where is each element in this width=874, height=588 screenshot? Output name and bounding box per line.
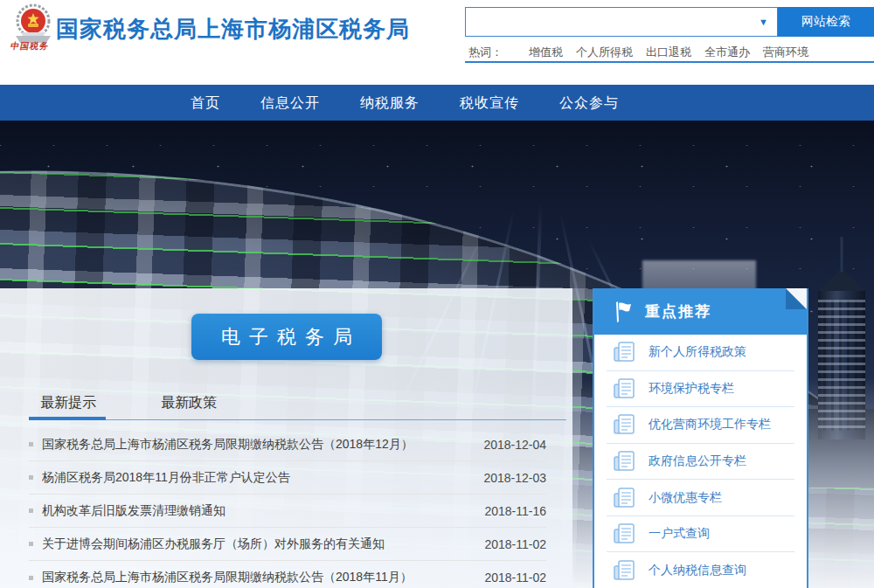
sidebar-header: 重点推荐 [594, 288, 807, 335]
sidebar-item[interactable]: 优化营商环境工作专栏 [607, 407, 794, 444]
document-icon [612, 522, 636, 545]
main-nav: 首页信息公开纳税服务税收宣传公众参与 [0, 85, 874, 121]
nav-item[interactable]: 税收宣传 [460, 85, 519, 121]
hot-words-bar: 热词：增值税个人所得税出口退税全市通办营商环境 [468, 45, 822, 60]
bullet-icon [29, 508, 33, 513]
news-date: 2018-11-02 [484, 537, 546, 551]
sidebar-list: 新个人所得税政策 环境保护税专栏 [594, 335, 807, 588]
sidebar-item-label: 新个人所得税政策 [649, 344, 746, 360]
search-input[interactable] [465, 7, 699, 37]
header-divider [465, 61, 874, 63]
sidebar-item[interactable]: 环境保护税专栏 [607, 371, 794, 408]
news-list: 国家税务总局上海市杨浦区税务局限期缴纳税款公告（2018年12月） 2018-1… [29, 428, 546, 588]
sidebar-item[interactable]: 个人纳税信息查询 [607, 552, 794, 588]
document-icon [612, 559, 636, 582]
news-title[interactable]: 国家税务总局上海市杨浦区税务局限期缴纳税款公告（2018年12月） [42, 437, 473, 453]
news-title[interactable]: 关于进博会期间杨浦区办税服务厅（场所）对外服务的有关通知 [42, 536, 474, 552]
nav-item[interactable]: 信息公开 [260, 85, 320, 121]
news-tabs: 最新提示最新政策 [29, 392, 270, 413]
news-tab[interactable]: 最新提示 [29, 392, 108, 413]
news-tab[interactable]: 最新政策 [149, 392, 228, 413]
bullet-icon [29, 576, 33, 580]
news-date: 2018-12-04 [483, 438, 546, 452]
sidebar-item-label: 优化营商环境工作专栏 [649, 417, 771, 432]
bullet-icon [29, 442, 33, 446]
active-tab-indicator [29, 417, 106, 420]
nav-item[interactable]: 纳税服务 [360, 85, 420, 121]
hot-word-link[interactable]: 全市通办 [704, 45, 750, 59]
news-row[interactable]: 关于进博会期间杨浦区办税服务厅（场所）对外服务的有关通知 2018-11-02 [29, 528, 546, 561]
sidebar-item-label: 环境保护税专栏 [649, 381, 734, 397]
document-icon [612, 487, 636, 509]
nav-item[interactable]: 公众参与 [559, 85, 619, 121]
tabs-underline [29, 419, 566, 420]
news-title[interactable]: 国家税务总局上海市杨浦区税务局限期缴纳税款公告（2018年11月） [42, 570, 474, 585]
hot-words-label: 热词： [468, 45, 503, 59]
news-date: 2018-12-03 [483, 471, 546, 485]
sidebar-item[interactable]: 一户式查询 [607, 516, 794, 553]
site-header: 中国税务 国家税务总局上海市杨浦区税务局 ▼ 网站检索 热词：增值税个人所得税出… [0, 0, 874, 85]
bullet-icon [29, 542, 33, 546]
document-icon [612, 450, 636, 473]
site-search-button[interactable]: 网站检索 [778, 7, 874, 37]
chevron-down-icon: ▼ [759, 17, 768, 27]
page: 中国税务 国家税务总局上海市杨浦区税务局 ▼ 网站检索 热词：增值税个人所得税出… [0, 0, 874, 588]
news-date: 2018-11-16 [484, 504, 546, 518]
news-date: 2018-11-02 [484, 571, 546, 585]
news-title[interactable]: 机构改革后旧版发票清理缴销通知 [42, 503, 474, 519]
corner-fold-decor [786, 288, 807, 309]
hot-word-link[interactable]: 个人所得税 [576, 45, 633, 59]
sidebar-item-label: 政府信息公开专栏 [649, 453, 746, 469]
hot-word-link[interactable]: 出口退税 [646, 45, 691, 59]
hot-word-link[interactable]: 营商环境 [763, 45, 808, 59]
bullet-icon [29, 475, 33, 480]
hot-words-links: 增值税个人所得税出口退税全市通办营商环境 [529, 45, 822, 59]
search-scope-select[interactable]: ▼ [698, 7, 778, 37]
recommend-sidebar: 重点推荐 新个人所得税政策 [593, 288, 808, 588]
news-panel: 电子税务局 最新提示最新政策 国家税务总局上海市杨浦区税务局限期缴纳税款公告（2… [0, 288, 572, 588]
news-row[interactable]: 国家税务总局上海市杨浦区税务局限期缴纳税款公告（2018年11月） 2018-1… [29, 561, 546, 588]
news-row[interactable]: 国家税务总局上海市杨浦区税务局限期缴纳税款公告（2018年12月） 2018-1… [29, 428, 546, 461]
sidebar-item-label: 一户式查询 [649, 526, 710, 542]
sidebar-item-label: 小微优惠专栏 [649, 490, 722, 506]
document-icon [612, 413, 636, 436]
sidebar-item[interactable]: 政府信息公开专栏 [607, 444, 794, 481]
document-icon [612, 377, 636, 400]
site-title: 国家税务总局上海市杨浦区税务局 [56, 14, 410, 45]
document-icon [612, 341, 636, 363]
news-title[interactable]: 杨浦区税务局2018年11月份非正常户认定公告 [42, 470, 473, 486]
hot-word-link[interactable]: 增值税 [529, 45, 563, 59]
flag-icon [612, 301, 635, 323]
sidebar-item-label: 个人纳税信息查询 [649, 563, 746, 578]
logo-caption: 中国税务 [1, 40, 59, 52]
sidebar-title: 重点推荐 [645, 301, 711, 322]
news-row[interactable]: 杨浦区税务局2018年11月份非正常户认定公告 2018-12-03 [29, 461, 546, 495]
news-row[interactable]: 机构改革后旧版发票清理缴销通知 2018-11-16 [29, 495, 546, 528]
sidebar-item[interactable]: 小微优惠专栏 [607, 480, 794, 516]
sidebar-item[interactable]: 新个人所得税政策 [607, 335, 794, 371]
nav-item[interactable]: 首页 [191, 85, 220, 121]
etax-bureau-button[interactable]: 电子税务局 [191, 314, 382, 360]
